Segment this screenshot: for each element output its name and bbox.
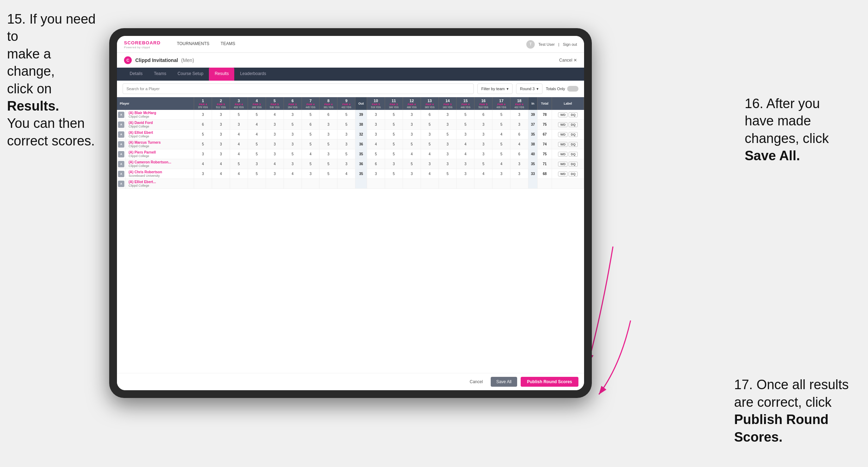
score-cell[interactable]: 5 — [337, 120, 355, 130]
score-cell[interactable]: 5 — [302, 130, 320, 139]
filter-by-team-button[interactable]: Filter by team ▾ — [477, 83, 513, 94]
score-cell[interactable]: 3 — [266, 149, 284, 159]
signout-link[interactable]: Sign out — [563, 42, 577, 46]
score-cell[interactable]: 3 — [337, 159, 355, 169]
wd-button[interactable]: WD — [558, 112, 568, 117]
score-cell[interactable]: 5 — [337, 149, 355, 159]
score-cell[interactable]: 3 — [439, 159, 457, 169]
score-cell[interactable]: 6 — [194, 120, 212, 130]
score-cell[interactable]: 3 — [421, 159, 439, 169]
score-cell[interactable]: 4 — [457, 149, 475, 159]
score-cell[interactable]: 4 — [212, 169, 230, 179]
score-cell[interactable]: 5 — [302, 159, 320, 169]
score-cell[interactable]: 4 — [248, 130, 266, 139]
score-cell[interactable]: 4 — [492, 130, 510, 139]
score-cell[interactable]: 3 — [212, 120, 230, 130]
score-cell[interactable]: 4 — [212, 159, 230, 169]
score-cell[interactable]: 3 — [367, 169, 385, 179]
score-cell[interactable]: 3 — [337, 130, 355, 139]
score-cell[interactable]: 3 — [439, 110, 457, 120]
score-cell[interactable]: 4 — [367, 139, 385, 149]
score-cell[interactable]: 4 — [230, 169, 248, 179]
score-cell[interactable]: 3 — [403, 120, 421, 130]
score-cell[interactable]: 5 — [457, 120, 475, 130]
scores-table-wrapper[interactable]: Player 1PAR 4370 YDS 2PAR 5511 YDS 3PAR … — [117, 97, 584, 373]
cancel-button[interactable]: Cancel — [465, 377, 487, 386]
dq-button[interactable]: DQ — [569, 142, 578, 147]
score-cell[interactable]: 4 — [457, 139, 475, 149]
score-cell[interactable]: 6 — [302, 120, 320, 130]
score-cell[interactable]: 5 — [284, 120, 302, 130]
score-cell[interactable]: 5 — [475, 159, 492, 169]
toggle-switch[interactable] — [567, 86, 578, 92]
score-cell[interactable]: 3 — [439, 149, 457, 159]
score-cell[interactable]: 3 — [212, 139, 230, 149]
score-cell[interactable]: 3 — [284, 139, 302, 149]
score-cell[interactable]: 3 — [266, 130, 284, 139]
score-cell[interactable]: 3 — [302, 169, 320, 179]
dq-button[interactable]: DQ — [569, 172, 578, 176]
wd-button[interactable]: WD — [558, 142, 568, 147]
score-cell[interactable]: 5 — [439, 169, 457, 179]
score-cell[interactable]: 3 — [475, 139, 492, 149]
score-cell[interactable]: 5 — [230, 110, 248, 120]
publish-round-scores-button[interactable]: Publish Round Scores — [521, 377, 578, 387]
round-selector-button[interactable]: Round 3 ▾ — [516, 83, 542, 94]
score-cell[interactable]: 3 — [475, 149, 492, 159]
score-cell[interactable]: 3 — [284, 110, 302, 120]
score-cell[interactable]: 4 — [510, 139, 528, 149]
score-cell[interactable]: 5 — [320, 159, 337, 169]
score-cell[interactable]: 5 — [320, 169, 337, 179]
score-cell[interactable]: 3 — [266, 139, 284, 149]
score-cell[interactable]: 3 — [212, 130, 230, 139]
score-cell[interactable]: 4 — [248, 120, 266, 130]
score-cell[interactable]: 3 — [337, 139, 355, 149]
score-cell[interactable]: 5 — [385, 169, 403, 179]
tab-teams[interactable]: Teams — [148, 68, 172, 81]
search-input[interactable] — [123, 83, 474, 94]
score-cell[interactable]: 4 — [194, 159, 212, 169]
wd-button[interactable]: WD — [558, 122, 568, 127]
score-cell[interactable]: 3 — [284, 159, 302, 169]
score-cell[interactable]: 3 — [194, 149, 212, 159]
score-cell[interactable]: 5 — [492, 139, 510, 149]
score-cell[interactable]: 3 — [403, 110, 421, 120]
cancel-tournament-link[interactable]: Cancel ✕ — [559, 58, 577, 63]
score-cell[interactable]: 3 — [510, 120, 528, 130]
score-cell[interactable]: 3 — [367, 120, 385, 130]
score-cell[interactable]: 3 — [385, 159, 403, 169]
score-cell[interactable]: 5 — [421, 120, 439, 130]
dq-button[interactable]: DQ — [569, 152, 578, 157]
score-cell[interactable]: 5 — [439, 130, 457, 139]
score-cell[interactable]: 5 — [403, 159, 421, 169]
score-cell[interactable]: 5 — [337, 110, 355, 120]
score-cell[interactable]: 3 — [284, 130, 302, 139]
score-cell[interactable]: 3 — [320, 130, 337, 139]
score-cell[interactable]: 3 — [439, 139, 457, 149]
score-cell[interactable]: 5 — [320, 139, 337, 149]
score-cell[interactable]: 5 — [403, 139, 421, 149]
wd-button[interactable]: WD — [558, 132, 568, 137]
score-cell[interactable]: 3 — [367, 110, 385, 120]
score-cell[interactable]: 5 — [385, 130, 403, 139]
score-cell[interactable]: 5 — [248, 110, 266, 120]
score-cell[interactable]: 4 — [266, 159, 284, 169]
score-cell[interactable]: 3 — [320, 120, 337, 130]
score-cell[interactable]: 5 — [248, 149, 266, 159]
tab-results[interactable]: Results — [209, 68, 234, 81]
tab-course-setup[interactable]: Course Setup — [172, 68, 209, 81]
save-all-button[interactable]: Save All — [491, 377, 517, 387]
nav-teams[interactable]: TEAMS — [215, 36, 241, 53]
score-cell[interactable]: 3 — [403, 130, 421, 139]
score-cell[interactable]: 3 — [457, 169, 475, 179]
score-cell[interactable]: 3 — [475, 120, 492, 130]
score-cell[interactable]: 3 — [510, 169, 528, 179]
score-cell[interactable]: 5 — [385, 110, 403, 120]
wd-button[interactable]: WD — [558, 172, 568, 176]
score-cell[interactable]: 3 — [320, 149, 337, 159]
nav-tournaments[interactable]: TOURNAMENTS — [171, 36, 215, 53]
score-cell[interactable]: 4 — [230, 149, 248, 159]
score-cell[interactable]: 5 — [194, 139, 212, 149]
totals-only-toggle[interactable]: Totals Only — [546, 86, 578, 92]
score-cell[interactable]: 3 — [510, 159, 528, 169]
